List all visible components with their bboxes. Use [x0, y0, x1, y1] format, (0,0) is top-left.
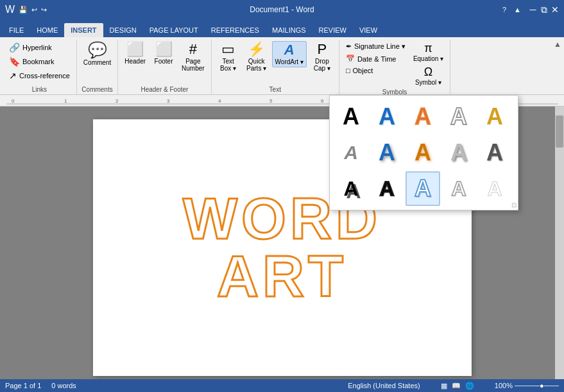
- cross-reference-icon: ↗: [9, 71, 17, 81]
- object-button[interactable]: □ Object: [343, 65, 408, 76]
- page-number-label: PageNumber: [182, 58, 205, 72]
- drop-cap-label: DropCap ▾: [314, 58, 330, 72]
- minimize-button[interactable]: ─: [529, 6, 537, 14]
- ribbon-collapse-btn[interactable]: ▲: [554, 40, 561, 49]
- close-button[interactable]: ✕: [551, 6, 559, 14]
- text-box-label: TextBox ▾: [220, 58, 236, 72]
- header-label: Header: [124, 58, 146, 65]
- wordart-style-10[interactable]: A: [477, 135, 512, 170]
- signature-line-button[interactable]: ✒ Signature Line ▾: [343, 41, 408, 52]
- ribbon-group-symbols: ✒ Signature Line ▾ 📅 Date & Time □ Objec…: [339, 40, 450, 94]
- date-time-icon: 📅: [346, 55, 355, 63]
- word-count: 0 words: [51, 382, 76, 389]
- restore-button[interactable]: ⧉: [540, 6, 548, 14]
- help-icon[interactable]: ?: [502, 6, 506, 13]
- title-bar-title: Document1 - Word: [250, 5, 314, 14]
- symbol-label: Symbol ▾: [415, 79, 441, 86]
- ribbon-group-links: 🔗 Hyperlink 🔖 Bookmark ↗ Cross-reference…: [3, 40, 77, 94]
- web-layout-btn[interactable]: 🌐: [465, 382, 474, 389]
- equation-icon: π: [424, 42, 432, 54]
- hyperlink-button[interactable]: 🔗 Hyperlink: [6, 41, 73, 54]
- quick-access-save[interactable]: 💾: [19, 6, 28, 14]
- wordart-style-9[interactable]: A: [441, 135, 476, 170]
- wordart-style-13[interactable]: A: [406, 171, 440, 206]
- wordart-style-2[interactable]: A: [370, 99, 404, 134]
- wordart-line2: ART: [183, 248, 381, 305]
- header-footer-group-label: Header & Footer: [141, 86, 188, 94]
- header-button[interactable]: ⬜ Header: [122, 41, 148, 66]
- tab-mailings[interactable]: MAILINGS: [266, 23, 312, 37]
- wordart-style-7[interactable]: A: [370, 135, 404, 170]
- tab-references[interactable]: REFERENCES: [205, 23, 266, 37]
- title-bar: W 💾 ↩ ↪ Document1 - Word ? ▲ ─ ⧉ ✕: [0, 0, 564, 19]
- hyperlink-label: Hyperlink: [22, 44, 52, 51]
- svg-text:3: 3: [167, 98, 170, 104]
- ribbon-group-header-footer: ⬜ Header ⬜ Footer # PageNumber Header & …: [118, 40, 211, 94]
- footer-button[interactable]: ⬜ Footer: [151, 41, 176, 66]
- svg-text:2: 2: [115, 98, 119, 104]
- symbol-button[interactable]: Ω Symbol ▾: [411, 65, 446, 87]
- wordart-panel: A A A A A A A A A A A A A A A ⊡: [329, 95, 518, 210]
- scrollbar-track: [555, 107, 564, 379]
- title-bar-controls: ? ▲ ─ ⧉ ✕: [502, 6, 559, 14]
- tab-page-layout[interactable]: PAGE LAYOUT: [143, 23, 205, 37]
- symbols-content: ✒ Signature Line ▾ 📅 Date & Time □ Objec…: [343, 40, 446, 89]
- wordart-style-1[interactable]: A: [334, 99, 368, 134]
- cross-reference-button[interactable]: ↗ Cross-reference: [6, 69, 73, 82]
- language-info: English (United States): [348, 382, 420, 389]
- svg-text:4: 4: [218, 98, 221, 104]
- links-content: 🔗 Hyperlink 🔖 Bookmark ↗ Cross-reference: [6, 40, 73, 86]
- comments-group-label: Comments: [81, 86, 112, 94]
- wordart-button[interactable]: A WordArt ▾: [272, 41, 307, 67]
- text-box-button[interactable]: ▭ TextBox ▾: [216, 41, 241, 73]
- ribbon-tabs: FILE HOME INSERT DESIGN PAGE LAYOUT REFE…: [0, 19, 564, 37]
- page-number-button[interactable]: # PageNumber: [179, 41, 207, 73]
- bookmark-button[interactable]: 🔖 Bookmark: [6, 55, 73, 68]
- page-info: Page 1 of 1: [5, 382, 41, 389]
- quick-access-redo[interactable]: ↪: [41, 6, 47, 14]
- wordart-style-11[interactable]: A: [334, 171, 368, 206]
- wordart-style-3[interactable]: A: [406, 99, 440, 134]
- svg-text:0: 0: [12, 98, 15, 104]
- drop-cap-button[interactable]: P DropCap ▾: [309, 41, 335, 73]
- print-layout-btn[interactable]: ▦: [441, 382, 447, 389]
- tab-file[interactable]: FILE: [3, 23, 30, 37]
- scrollbar-thumb[interactable]: [556, 115, 563, 148]
- equation-button[interactable]: π Equation ▾: [411, 41, 446, 64]
- quick-parts-icon: ⚡: [248, 42, 265, 56]
- tab-review[interactable]: REVIEW: [312, 23, 353, 37]
- ribbon: 🔗 Hyperlink 🔖 Bookmark ↗ Cross-reference…: [0, 37, 564, 95]
- ribbon-collapse-icon[interactable]: ▲: [514, 6, 521, 13]
- footer-icon: ⬜: [155, 42, 173, 56]
- status-bar: Page 1 of 1 0 words English (United Stat…: [0, 379, 564, 392]
- svg-text:5: 5: [269, 98, 273, 104]
- ribbon-group-comments: 💬 Comment Comments: [77, 40, 118, 94]
- comment-label: Comment: [83, 59, 111, 66]
- comment-button[interactable]: 💬 Comment: [81, 41, 114, 67]
- wordart-style-5[interactable]: A: [477, 99, 512, 134]
- signature-line-label: Signature Line ▾: [354, 42, 406, 51]
- zoom-control[interactable]: 100% ─────●───: [495, 382, 559, 389]
- quick-parts-button[interactable]: ⚡ QuickParts ▾: [244, 41, 269, 73]
- tab-insert[interactable]: INSERT: [64, 23, 103, 37]
- wordart-style-8[interactable]: A: [406, 135, 440, 170]
- wordart-style-15[interactable]: A: [477, 171, 512, 206]
- tab-design[interactable]: DESIGN: [103, 23, 143, 37]
- tab-home[interactable]: HOME: [30, 23, 64, 37]
- signature-line-icon: ✒: [346, 42, 352, 51]
- wordart-style-12[interactable]: A: [370, 171, 404, 206]
- panel-resize-handle[interactable]: ⊡: [511, 201, 517, 209]
- wordart-style-4[interactable]: A: [441, 99, 476, 134]
- quick-access-undo[interactable]: ↩: [31, 6, 37, 14]
- wordart-style-14[interactable]: A: [441, 171, 476, 206]
- comments-content: 💬 Comment: [81, 40, 114, 86]
- quick-parts-label: QuickParts ▾: [246, 58, 266, 72]
- symbol-icon: Ω: [424, 66, 432, 78]
- object-label: Object: [353, 67, 373, 74]
- cross-reference-label: Cross-reference: [19, 72, 70, 80]
- date-time-button[interactable]: 📅 Date & Time: [343, 53, 408, 64]
- tab-view[interactable]: VIEW: [353, 23, 384, 37]
- wordart-style-6[interactable]: A: [334, 135, 368, 170]
- read-mode-btn[interactable]: 📖: [452, 382, 461, 389]
- svg-text:1: 1: [64, 98, 67, 104]
